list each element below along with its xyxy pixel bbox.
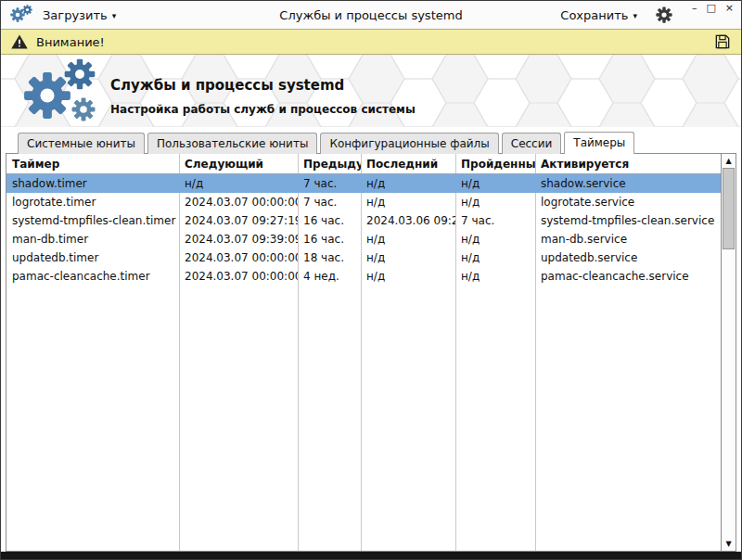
column-header-passed[interactable]: Пройденный: [455, 158, 535, 171]
table-row[interactable]: shadow.timer н/д 7 час. н/д н/д shadow.s…: [6, 174, 736, 193]
load-button-label: Загрузить: [43, 8, 108, 22]
table-row[interactable]: logrotate.timer 2024.03.07 00:00:00 7 ча…: [6, 193, 736, 211]
tab-config-files[interactable]: Конфигурационные файлы: [320, 133, 498, 154]
cell-last: 2024.03.06 09:2: [361, 214, 455, 227]
page-title: Службы и процессы systemd: [110, 77, 344, 94]
cell-passed: н/д: [455, 196, 535, 209]
cell-activates: logrotate.service: [535, 196, 721, 209]
cell-activates: updatedb.service: [535, 251, 721, 264]
cell-next: 2024.03.07 00:00:00: [179, 251, 298, 264]
vertical-scrollbar[interactable]: ▲ ▼: [721, 154, 736, 551]
chevron-down-icon: ▾: [112, 11, 117, 20]
save-button[interactable]: Сохранить ▾: [560, 8, 637, 22]
column-header-timer[interactable]: Таймер: [6, 158, 179, 171]
tab-user-units[interactable]: Пользовательские юниты: [147, 133, 317, 154]
table-row[interactable]: pamac-cleancache.timer 2024.03.07 00:00:…: [6, 267, 736, 286]
column-header-next[interactable]: Следующий: [179, 158, 298, 171]
cell-activates: pamac-cleancache.service: [535, 270, 721, 283]
page-header: Службы и процессы systemd Настройка рабо…: [1, 55, 741, 127]
cell-activates: man-db.service: [535, 233, 721, 246]
app-logo-gears: [23, 58, 112, 127]
column-header-previous[interactable]: Предыдущ: [298, 158, 361, 171]
cell-last: н/д: [361, 251, 455, 264]
scroll-up-button[interactable]: ▲: [722, 154, 736, 168]
cell-passed: н/д: [455, 270, 535, 283]
tab-system-units[interactable]: Системные юниты: [18, 133, 145, 154]
cell-passed: н/д: [455, 233, 535, 246]
cell-activates: systemd-tmpfiles-clean.service: [535, 214, 721, 227]
cell-passed: 7 час.: [455, 214, 535, 227]
cell-previous: 18 час.: [298, 251, 361, 264]
table-row[interactable]: systemd-tmpfiles-clean.timer 2024.03.07 …: [6, 211, 736, 230]
cell-last: н/д: [361, 196, 455, 209]
timers-table: Таймер Следующий Предыдущ Последний Прой…: [6, 153, 736, 552]
cell-passed: н/д: [455, 251, 535, 264]
cell-next: н/д: [179, 177, 298, 190]
cell-timer: logrotate.timer: [6, 196, 179, 209]
warning-bar: Внимание!: [1, 29, 741, 55]
scroll-down-button[interactable]: ▼: [722, 537, 736, 551]
cell-next: 2024.03.07 00:00:00: [179, 270, 298, 283]
cell-previous: 7 час.: [298, 196, 361, 209]
table-row[interactable]: updatedb.timer 2024.03.07 00:00:00 18 ча…: [6, 248, 736, 267]
cell-previous: 7 час.: [298, 177, 361, 190]
warning-icon: [10, 32, 29, 51]
cell-timer: systemd-tmpfiles-clean.timer: [6, 214, 179, 227]
titlebar: Загрузить ▾ Службы и процессы systemd Со…: [1, 1, 741, 29]
cell-last: н/д: [361, 270, 455, 283]
tab-bar: Системные юниты Пользовательские юниты К…: [1, 127, 741, 153]
tab-sessions[interactable]: Сессии: [502, 133, 562, 154]
load-button[interactable]: Загрузить ▾: [43, 8, 116, 22]
cell-passed: н/д: [455, 177, 535, 190]
save-file-icon[interactable]: [713, 32, 732, 51]
cell-last: н/д: [361, 177, 455, 190]
cell-next: 2024.03.07 09:39:09: [179, 233, 298, 246]
cell-timer: man-db.timer: [6, 233, 179, 246]
column-header-activates[interactable]: Активируется: [535, 158, 721, 171]
table-row[interactable]: man-db.timer 2024.03.07 09:39:09 16 час.…: [6, 230, 736, 248]
settings-gear-icon[interactable]: [656, 6, 672, 23]
cell-timer: pamac-cleancache.timer: [6, 270, 179, 283]
cell-previous: 16 час.: [298, 233, 361, 246]
cell-timer: shadow.timer: [6, 177, 179, 190]
warning-text: Внимание!: [36, 35, 105, 49]
app-icon: [10, 4, 34, 26]
scrollbar-thumb[interactable]: [723, 168, 735, 249]
cell-next: 2024.03.07 00:00:00: [179, 196, 298, 209]
cell-next: 2024.03.07 09:27:19: [179, 214, 298, 227]
window-bottom-edge: [1, 552, 741, 559]
cell-last: н/д: [361, 233, 455, 246]
cell-activates: shadow.service: [535, 177, 721, 190]
app-window: Загрузить ▾ Службы и процессы systemd Со…: [0, 0, 742, 560]
table-body: shadow.timer н/д 7 час. н/д н/д shadow.s…: [6, 174, 736, 286]
tab-timers[interactable]: Таймеры: [564, 132, 634, 154]
chevron-down-icon: ▾: [633, 11, 637, 20]
cell-previous: 4 нед.: [298, 270, 361, 283]
page-subtitle: Настройка работы служб и процессов систе…: [110, 103, 416, 116]
save-button-label: Сохранить: [560, 8, 628, 22]
column-header-last[interactable]: Последний: [361, 158, 455, 171]
table-header-row: Таймер Следующий Предыдущ Последний Прой…: [6, 154, 736, 174]
cell-previous: 16 час.: [298, 214, 361, 227]
cell-timer: updatedb.timer: [6, 251, 179, 264]
